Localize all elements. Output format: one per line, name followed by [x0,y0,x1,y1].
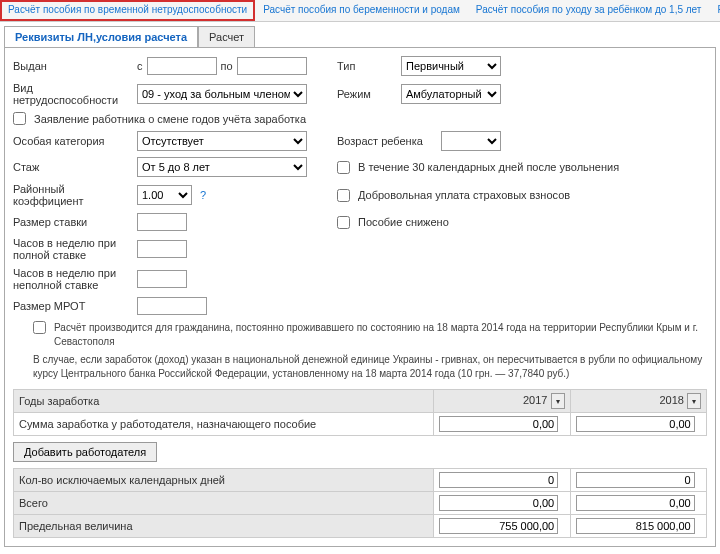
input-mrot[interactable] [137,297,207,315]
label-reduced: Пособие снижено [358,216,449,228]
select-disability-kind[interactable]: 09 - уход за больным членом [137,84,307,104]
th-excl: Кол-во исключаемых календарных дней [14,469,434,492]
label-rate-size: Размер ставки [13,216,133,228]
th-year1: 2017 ▾ [434,390,571,413]
topnav-childcare[interactable]: Расчёт пособия по уходу за ребёнком до 1… [468,0,710,21]
select-regime[interactable]: Амбулаторный [401,84,501,104]
label-child-age: Возраст ребенка [337,135,437,147]
label-within30: В течение 30 календарных дней после увол… [358,161,619,173]
earnings-table: Годы заработка 2017 ▾ 2018 ▾ Сумма зараб… [13,389,707,436]
select-special-cat[interactable]: Отсутствует [137,131,307,151]
th-total: Всего [14,492,434,515]
tab-requisites[interactable]: Реквизиты ЛН,условия расчета [4,26,198,48]
year1-dropdown-icon[interactable]: ▾ [551,393,565,409]
input-sum-y2[interactable] [576,416,695,432]
label-voluntary: Добровольная уплата страховых взносов [358,189,570,201]
input-limit-y2[interactable] [576,518,695,534]
checkbox-voluntary[interactable] [337,189,350,202]
input-limit-y1[interactable] [439,518,558,534]
input-sum-y1[interactable] [439,416,558,432]
summary-table: Кол-во исключаемых календарных дней Всег… [13,468,707,538]
th-year2: 2018 ▾ [570,390,707,413]
label-to: по [221,60,233,72]
input-rate-size[interactable] [137,213,187,231]
input-date-from[interactable] [147,57,217,75]
th-limit: Предельная величина [14,515,434,538]
input-excl-y1[interactable] [439,472,558,488]
checkbox-reduced[interactable] [337,216,350,229]
th-years: Годы заработка [14,390,434,413]
add-employer-button[interactable]: Добавить работодателя [13,442,157,462]
top-navigation: Расчёт пособия по временной нетрудоспосо… [0,0,720,22]
label-ukraine-note: В случае, если заработок (доход) указан … [33,353,707,381]
input-hours-part[interactable] [137,270,187,288]
label-mrot: Размер МРОТ [13,300,133,312]
input-excl-y2[interactable] [576,472,695,488]
form-content: Выдан с по Тип Первичный Вид нетрудоспос… [4,47,716,547]
label-issued: Выдан [13,60,133,72]
select-seniority[interactable]: От 5 до 8 лет [137,157,307,177]
topnav-maternity[interactable]: Расчёт пособия по беременности и родам [255,0,468,21]
label-disability-kind: Вид нетрудоспособности [13,82,133,106]
select-type[interactable]: Первичный [401,56,501,76]
tab-calc[interactable]: Расчет [198,26,255,48]
checkbox-within30[interactable] [337,161,350,174]
label-hours-full: Часов в неделю при полной ставке [13,237,133,261]
label-regime: Режим [337,88,397,100]
label-seniority: Стаж [13,161,133,173]
year2-dropdown-icon[interactable]: ▾ [687,393,701,409]
label-crimea-note: Расчёт производится для гражданина, пост… [54,321,707,349]
topnav-temp-disability[interactable]: Расчёт пособия по временной нетрудоспосо… [0,0,255,21]
input-total-y2[interactable] [576,495,695,511]
tabs: Реквизиты ЛН,условия расчета Расчет [4,26,716,48]
input-total-y1[interactable] [439,495,558,511]
checkbox-crimea[interactable] [33,321,46,334]
topnav-loss[interactable]: Расчёт утраче [709,0,720,21]
help-link-coef[interactable]: ? [200,189,206,201]
label-district-coef: Районный коэффициент [13,183,133,207]
checkbox-year-swap[interactable] [13,112,26,125]
label-year-swap: Заявление работника о смене годов учёта … [34,113,306,125]
label-special-cat: Особая категория [13,135,133,147]
label-hours-part: Часов в неделю при неполной ставке [13,267,133,291]
input-date-to[interactable] [237,57,307,75]
select-child-age[interactable] [441,131,501,151]
label-from: с [137,60,143,72]
select-district-coef[interactable]: 1.00 [137,185,192,205]
td-sum-label: Сумма заработка у работодателя, назначаю… [14,413,434,436]
input-hours-full[interactable] [137,240,187,258]
label-type: Тип [337,60,397,72]
